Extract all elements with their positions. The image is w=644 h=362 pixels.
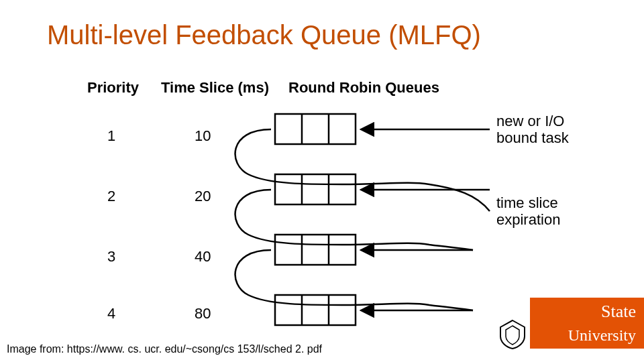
- annotation-new-task: new or I/O bound task: [496, 113, 569, 147]
- row2-priority: 2: [107, 188, 115, 205]
- row4-priority: 4: [107, 305, 115, 322]
- arrow-demote-1: [235, 129, 490, 211]
- svg-rect-6: [275, 235, 356, 265]
- arrow-demote-2: [235, 190, 473, 250]
- row1-priority: 1: [107, 127, 115, 145]
- queue-row-1: [275, 114, 356, 144]
- mlfq-diagram: [208, 77, 503, 345]
- svg-rect-3: [275, 174, 356, 204]
- svg-rect-0: [275, 114, 356, 144]
- header-priority: Priority: [87, 79, 139, 97]
- university-logo: State University: [530, 298, 644, 349]
- slide: Multi-level Feedback Queue (MLFQ) Priori…: [0, 0, 644, 362]
- image-attribution: Image from: https://www. cs. ucr. edu/~c…: [7, 343, 322, 355]
- annotation-expiration-l1: time slice: [496, 194, 558, 211]
- slide-title: Multi-level Feedback Queue (MLFQ): [47, 20, 481, 50]
- annotation-new-task-l1: new or I/O: [496, 113, 564, 129]
- queue-row-3: [275, 235, 356, 265]
- annotation-expiration-l2: expiration: [496, 211, 560, 228]
- logo-line2: University: [568, 326, 636, 345]
- annotation-new-task-l2: bound task: [496, 129, 569, 146]
- annotation-expiration: time slice expiration: [496, 194, 560, 229]
- svg-rect-9: [275, 295, 356, 325]
- row3-priority: 3: [107, 248, 115, 265]
- logo-line1: State: [601, 302, 636, 322]
- queue-row-2: [275, 174, 356, 204]
- university-seal-icon: [496, 318, 529, 350]
- queue-row-4: [275, 295, 356, 325]
- arrow-demote-3: [235, 250, 473, 310]
